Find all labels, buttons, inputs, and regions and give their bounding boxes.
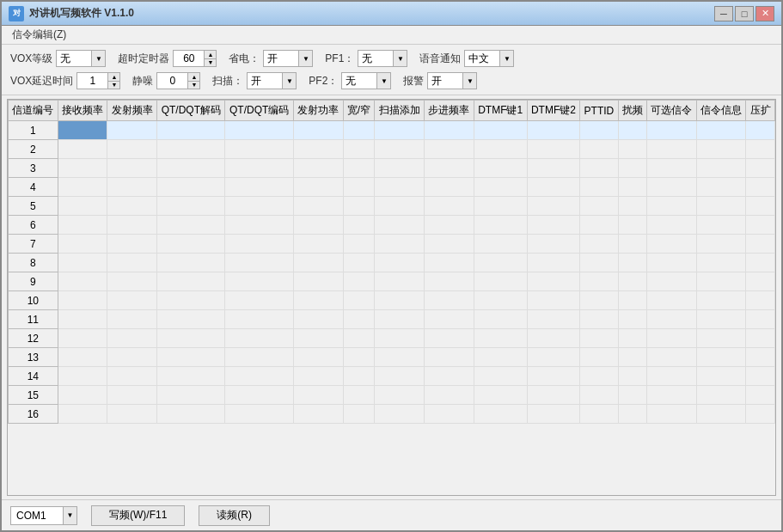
data-cell[interactable]	[225, 386, 293, 405]
scan-input[interactable]	[248, 73, 282, 89]
data-cell[interactable]	[225, 291, 293, 310]
data-cell[interactable]	[425, 386, 474, 405]
data-cell[interactable]	[107, 310, 157, 329]
data-cell[interactable]	[107, 121, 157, 140]
row-number-cell[interactable]: 14	[9, 367, 58, 386]
data-cell[interactable]	[746, 348, 775, 367]
data-cell[interactable]	[746, 272, 775, 291]
data-cell[interactable]	[343, 386, 375, 405]
data-cell[interactable]	[618, 140, 646, 159]
data-cell[interactable]	[157, 254, 225, 272]
data-cell[interactable]	[293, 216, 343, 235]
data-cell[interactable]	[293, 197, 343, 216]
data-cell[interactable]	[746, 310, 775, 329]
data-cell[interactable]	[425, 291, 474, 310]
minimize-button[interactable]: ─	[714, 6, 733, 21]
data-cell[interactable]	[527, 216, 580, 235]
data-cell[interactable]	[157, 310, 225, 329]
data-cell[interactable]	[375, 310, 425, 329]
data-cell[interactable]	[618, 272, 646, 291]
data-cell[interactable]	[696, 254, 746, 272]
data-cell[interactable]	[107, 140, 157, 159]
data-cell[interactable]	[646, 348, 696, 367]
data-cell[interactable]	[696, 272, 746, 291]
data-cell[interactable]	[580, 348, 618, 367]
alarm-combo[interactable]: ▼	[427, 72, 477, 89]
data-cell[interactable]	[107, 348, 157, 367]
data-cell[interactable]	[527, 386, 580, 405]
data-cell[interactable]	[225, 121, 293, 140]
data-cell[interactable]	[696, 291, 746, 310]
vox-delay-down-btn[interactable]: ▼	[108, 82, 119, 89]
data-cell[interactable]	[474, 178, 527, 197]
squelch-up-btn[interactable]: ▲	[188, 73, 199, 82]
data-cell[interactable]	[58, 254, 107, 272]
data-cell[interactable]	[746, 216, 775, 235]
data-cell[interactable]	[375, 140, 425, 159]
row-number-cell[interactable]: 1	[9, 121, 58, 140]
row-number-cell[interactable]: 3	[9, 159, 58, 178]
data-cell[interactable]	[474, 386, 527, 405]
table-row[interactable]: 12	[9, 329, 775, 348]
data-cell[interactable]	[293, 329, 343, 348]
data-cell[interactable]	[225, 329, 293, 348]
timer-down-btn[interactable]: ▼	[205, 59, 216, 67]
data-cell[interactable]	[527, 348, 580, 367]
data-cell[interactable]	[696, 197, 746, 216]
data-cell[interactable]	[646, 235, 696, 254]
save-power-combo[interactable]: ▼	[263, 50, 313, 67]
data-cell[interactable]	[746, 405, 775, 424]
table-row[interactable]: 7	[9, 235, 775, 254]
data-cell[interactable]	[646, 140, 696, 159]
data-cell[interactable]	[527, 254, 580, 272]
data-cell[interactable]	[527, 235, 580, 254]
data-cell[interactable]	[618, 386, 646, 405]
data-cell[interactable]	[375, 216, 425, 235]
data-cell[interactable]	[618, 197, 646, 216]
data-cell[interactable]	[474, 291, 527, 310]
squelch-input[interactable]	[157, 73, 187, 89]
row-number-cell[interactable]: 15	[9, 386, 58, 405]
table-row[interactable]: 5	[9, 197, 775, 216]
com-port-select[interactable]: ▼	[10, 506, 77, 525]
data-cell[interactable]	[474, 216, 527, 235]
data-cell[interactable]	[646, 310, 696, 329]
data-cell[interactable]	[425, 405, 474, 424]
data-cell[interactable]	[618, 329, 646, 348]
data-cell[interactable]	[225, 159, 293, 178]
data-cell[interactable]	[646, 291, 696, 310]
data-cell[interactable]	[696, 405, 746, 424]
data-cell[interactable]	[58, 121, 107, 140]
data-cell[interactable]	[343, 216, 375, 235]
data-cell[interactable]	[375, 121, 425, 140]
data-cell[interactable]	[580, 310, 618, 329]
data-cell[interactable]	[618, 367, 646, 386]
data-cell[interactable]	[375, 348, 425, 367]
data-cell[interactable]	[425, 367, 474, 386]
table-row[interactable]: 4	[9, 178, 775, 197]
data-cell[interactable]	[225, 310, 293, 329]
table-row[interactable]: 1	[9, 121, 775, 140]
squelch-spin[interactable]: ▲ ▼	[156, 72, 200, 89]
data-cell[interactable]	[474, 348, 527, 367]
data-cell[interactable]	[225, 178, 293, 197]
data-cell[interactable]	[618, 235, 646, 254]
row-number-cell[interactable]: 8	[9, 254, 58, 272]
data-cell[interactable]	[580, 367, 618, 386]
data-cell[interactable]	[580, 178, 618, 197]
data-cell[interactable]	[746, 178, 775, 197]
data-cell[interactable]	[425, 216, 474, 235]
data-cell[interactable]	[225, 272, 293, 291]
data-cell[interactable]	[527, 272, 580, 291]
close-button[interactable]: ✕	[755, 6, 774, 21]
data-cell[interactable]	[425, 197, 474, 216]
data-cell[interactable]	[343, 197, 375, 216]
com-port-input[interactable]	[11, 507, 63, 524]
data-cell[interactable]	[375, 367, 425, 386]
data-cell[interactable]	[375, 291, 425, 310]
data-cell[interactable]	[375, 272, 425, 291]
data-cell[interactable]	[580, 140, 618, 159]
data-cell[interactable]	[696, 329, 746, 348]
data-cell[interactable]	[343, 235, 375, 254]
data-cell[interactable]	[646, 272, 696, 291]
